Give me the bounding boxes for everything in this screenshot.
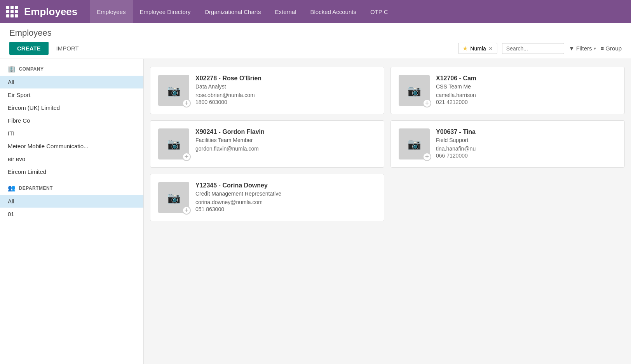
employees-grid: 📷 + X02278 - Rose O'Brien Data Analyst r… xyxy=(150,67,625,221)
add-photo-icon: + xyxy=(182,99,191,107)
employee-role: Credit Management Representative xyxy=(195,191,376,197)
btn-row: CREATE IMPORT xyxy=(9,42,84,59)
avatar-y00637: 📷 + xyxy=(399,128,430,159)
employee-card-y00637[interactable]: 📷 + Y00637 - Tina Field Support tina.han… xyxy=(390,120,625,168)
card-info-y00637: Y00637 - Tina Field Support tina.hanafin… xyxy=(436,128,617,159)
employee-name: X12706 - Cam xyxy=(436,75,617,82)
avatar-x90241: 📷 + xyxy=(158,128,189,159)
sidebar-item-eircom-limited[interactable]: Eircom Limited xyxy=(0,165,143,178)
nav-link-org-charts[interactable]: Organizational Charts xyxy=(197,0,268,23)
employee-role: Facilities Team Member xyxy=(195,137,376,143)
card-info-x12706: X12706 - Cam CSS Team Me camella.harriso… xyxy=(436,75,617,105)
employee-name: X90241 - Gordon Flavin xyxy=(195,128,376,135)
add-photo-icon: + xyxy=(423,153,431,161)
main-layout: 🏢 COMPANY All Eir Sport Eircom (UK) Limi… xyxy=(0,59,631,364)
employee-email: gordon.flavin@numla.com xyxy=(195,146,376,152)
employee-role: Field Support xyxy=(436,137,617,143)
right-controls: ★ Numla ✕ ▼ Filters ▾ ≡ Group xyxy=(458,43,622,58)
department-section-header: 👥 DEPARTMENT xyxy=(0,178,143,195)
filters-label: Filters xyxy=(576,45,592,52)
filters-button[interactable]: ▼ Filters ▾ xyxy=(569,45,596,52)
department-icon: 👥 xyxy=(8,184,16,192)
add-photo-icon: + xyxy=(423,99,431,107)
card-info-x90241: X90241 - Gordon Flavin Facilities Team M… xyxy=(195,128,376,153)
card-info-y12345: Y12345 - Corina Downey Credit Management… xyxy=(195,182,376,212)
employee-email: corina.downey@numla.com xyxy=(195,199,376,205)
favorite-label: Numla xyxy=(470,45,486,52)
department-section-label: DEPARTMENT xyxy=(19,185,53,191)
employee-email: tina.hanafin@nu xyxy=(436,146,617,152)
employee-phone: 021 4212000 xyxy=(436,99,617,105)
import-button[interactable]: IMPORT xyxy=(52,42,84,55)
employee-card-y12345[interactable]: 📷 + Y12345 - Corina Downey Credit Manage… xyxy=(150,174,384,221)
nav-link-employee-directory[interactable]: Employee Directory xyxy=(133,0,198,23)
avatar-x02278: 📷 + xyxy=(158,75,189,106)
sidebar-item-department-all[interactable]: All xyxy=(0,195,143,208)
nav-link-otp[interactable]: OTP C xyxy=(363,0,395,23)
camera-icon: 📷 xyxy=(408,138,421,151)
company-section-header: 🏢 COMPANY xyxy=(0,59,143,76)
camera-icon: 📷 xyxy=(167,138,181,151)
top-nav: Employees Employees Employee Directory O… xyxy=(0,0,631,23)
sub-header-actions: CREATE IMPORT ★ Numla ✕ ▼ Filters ▾ ≡ Gr… xyxy=(9,42,622,59)
group-button[interactable]: ≡ Group xyxy=(601,45,622,52)
employee-email: rose.obrien@numla.com xyxy=(195,92,376,98)
employee-name: X02278 - Rose O'Brien xyxy=(195,75,376,82)
employee-name: Y00637 - Tina xyxy=(436,128,617,135)
sidebar: 🏢 COMPANY All Eir Sport Eircom (UK) Limi… xyxy=(0,59,144,364)
card-info-x02278: X02278 - Rose O'Brien Data Analyst rose.… xyxy=(195,75,376,105)
camera-icon: 📷 xyxy=(167,84,181,97)
sidebar-item-eircom-uk[interactable]: Eircom (UK) Limited xyxy=(0,101,143,114)
sidebar-item-company-all[interactable]: All xyxy=(0,76,143,88)
avatar-y12345: 📷 + xyxy=(158,182,189,213)
sidebar-item-eir-sport[interactable]: Eir Sport xyxy=(0,88,143,101)
sidebar-item-iti[interactable]: ITI xyxy=(0,127,143,140)
employee-phone: 051 863000 xyxy=(195,206,376,212)
employee-name: Y12345 - Corina Downey xyxy=(195,182,376,189)
employee-role: CSS Team Me xyxy=(436,83,617,90)
close-icon[interactable]: ✕ xyxy=(488,45,493,52)
star-icon: ★ xyxy=(462,45,468,52)
employee-card-x02278[interactable]: 📷 + X02278 - Rose O'Brien Data Analyst r… xyxy=(150,67,384,114)
group-icon: ≡ xyxy=(601,45,604,52)
avatar-x12706: 📷 + xyxy=(399,75,430,106)
sidebar-item-dept-01[interactable]: 01 xyxy=(0,208,143,220)
group-label: Group xyxy=(605,45,622,52)
employee-role: Data Analyst xyxy=(195,83,376,90)
employee-card-x90241[interactable]: 📷 + X90241 - Gordon Flavin Facilities Te… xyxy=(150,120,384,168)
employee-phone: 1800 603000 xyxy=(195,99,376,105)
employee-email: camella.harrison xyxy=(436,92,617,98)
add-photo-icon: + xyxy=(182,206,191,215)
page-title: Employees xyxy=(9,28,622,38)
sidebar-item-eir-evo[interactable]: eir evo xyxy=(0,153,143,165)
nav-link-external[interactable]: External xyxy=(268,0,303,23)
search-input[interactable] xyxy=(502,43,564,54)
create-button[interactable]: CREATE xyxy=(9,42,49,55)
nav-link-employees[interactable]: Employees xyxy=(90,0,132,23)
employee-card-x12706[interactable]: 📷 + X12706 - Cam CSS Team Me camella.har… xyxy=(390,67,625,114)
nav-link-blocked-accounts[interactable]: Blocked Accounts xyxy=(303,0,363,23)
app-title: Employees xyxy=(24,6,77,18)
company-section-label: COMPANY xyxy=(19,66,44,72)
add-photo-icon: + xyxy=(182,153,191,161)
favorite-badge[interactable]: ★ Numla ✕ xyxy=(458,43,497,54)
sub-header: Employees CREATE IMPORT ★ Numla ✕ ▼ Filt… xyxy=(0,23,631,59)
camera-icon: 📷 xyxy=(167,191,181,204)
filter-icon: ▼ xyxy=(569,45,575,52)
grid-icon[interactable] xyxy=(6,6,18,17)
sidebar-item-fibre-co[interactable]: Fibre Co xyxy=(0,114,143,127)
content-area: 📷 + X02278 - Rose O'Brien Data Analyst r… xyxy=(144,59,631,364)
employee-phone: 066 7120000 xyxy=(436,153,617,159)
company-icon: 🏢 xyxy=(8,65,16,73)
camera-icon: 📷 xyxy=(408,84,421,97)
nav-links: Employees Employee Directory Organizatio… xyxy=(90,0,625,23)
filters-arrow-icon: ▾ xyxy=(594,46,596,51)
sidebar-item-meteor[interactable]: Meteor Mobile Communicatio... xyxy=(0,140,143,153)
